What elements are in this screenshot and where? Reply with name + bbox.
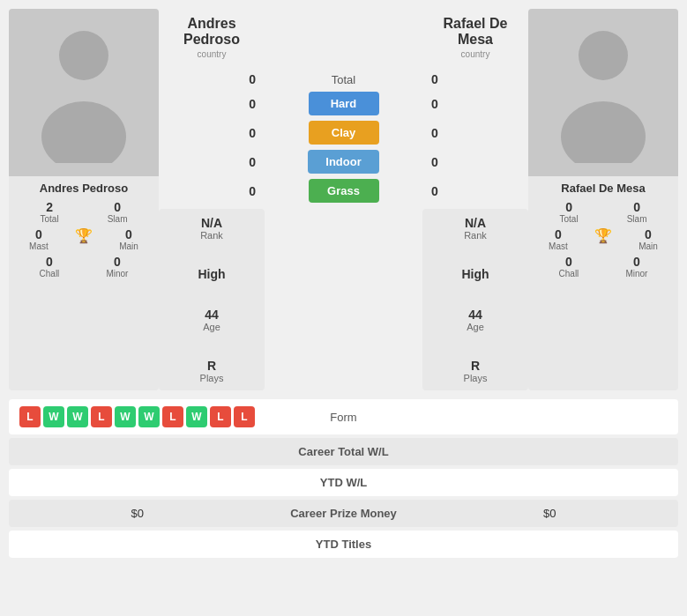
- right-age-stat: 44 Age: [467, 308, 484, 332]
- right-player-title: Rafael De Mesa: [426, 16, 525, 48]
- form-badge: L: [19, 406, 41, 427]
- left-chall-stat: 0 Chall: [40, 255, 60, 278]
- left-high-value: High: [198, 267, 225, 281]
- left-stats-row-2: 0 Mast 🏆 0 Main: [9, 226, 159, 253]
- left-mast-stat: 0 Mast: [29, 227, 49, 251]
- career-wl-row: Career Total W/L: [9, 438, 678, 465]
- grass-row: 0 Grass 0: [159, 179, 528, 203]
- left-country-flag: country: [162, 49, 261, 59]
- right-chall-label: Chall: [559, 269, 579, 278]
- left-slam-label: Slam: [108, 214, 128, 224]
- left-stats-row-3: 0 Chall 0 Minor: [9, 253, 159, 280]
- left-player-name: Andres Pedroso: [36, 176, 131, 198]
- hard-score-left: 0: [159, 97, 265, 111]
- detailed-stats: N/A Rank High 44 Age R Plays: [159, 209, 528, 390]
- form-badge: W: [186, 406, 207, 427]
- right-main-stat: 0 Main: [638, 227, 658, 251]
- left-total-label: Total: [41, 214, 59, 224]
- grass-button[interactable]: Grass: [309, 179, 379, 203]
- svg-point-3: [561, 101, 646, 163]
- left-total-stat: 2 Total: [41, 200, 59, 224]
- right-total-stat: 0 Total: [560, 200, 579, 224]
- left-avatar-silhouette: [31, 22, 137, 163]
- clay-score-left: 0: [159, 126, 265, 140]
- left-high-stat: High: [198, 267, 225, 281]
- form-badge: W: [138, 406, 160, 427]
- total-btn-wrapper: Total: [265, 73, 422, 86]
- right-mast-stat: 0 Mast: [549, 227, 568, 251]
- form-badge: L: [234, 406, 255, 427]
- right-total-value: 0: [565, 200, 572, 214]
- indoor-btn-wrapper: Indoor: [265, 150, 422, 174]
- ytd-wl-label: YTD W/L: [256, 476, 432, 489]
- form-badge: W: [115, 406, 136, 427]
- right-main-label: Main: [638, 241, 658, 251]
- right-country-flag: country: [426, 49, 525, 59]
- right-player-name: Rafael De Mesa: [557, 176, 648, 198]
- right-minor-label: Minor: [625, 269, 647, 278]
- total-label: Total: [332, 73, 355, 86]
- left-plays-label: Plays: [200, 373, 224, 383]
- right-stats-row-2: 0 Mast 🏆 0 Main: [528, 226, 678, 253]
- indoor-button[interactable]: Indoor: [308, 150, 378, 174]
- left-mast-value: 0: [35, 227, 42, 241]
- clay-row: 0 Clay 0: [159, 121, 528, 145]
- form-section: LWWLWWLWLL Form: [9, 399, 678, 434]
- left-mast-label: Mast: [29, 241, 49, 251]
- form-badges: LWWLWWLWLL: [19, 406, 256, 427]
- svg-point-1: [41, 101, 126, 163]
- form-badge: W: [43, 406, 64, 427]
- left-age-label: Age: [203, 322, 220, 332]
- right-minor-stat: 0 Minor: [625, 255, 647, 278]
- form-label: Form: [256, 411, 432, 424]
- right-plays-label: Plays: [464, 373, 488, 383]
- total-row: 0 Total 0: [159, 72, 528, 86]
- indoor-row: 0 Indoor 0: [159, 150, 528, 174]
- grass-btn-wrapper: Grass: [265, 179, 422, 203]
- career-prize-row: $0 Career Prize Money $0: [9, 500, 678, 527]
- player-headers: Andres Pedroso country Rafael De Mesa co…: [159, 9, 528, 66]
- right-player-avatar: [528, 9, 678, 176]
- left-main-value: 0: [125, 227, 132, 241]
- clay-button[interactable]: Clay: [309, 121, 379, 145]
- ytd-titles-row: YTD Titles: [9, 531, 678, 558]
- right-rank-value: N/A: [465, 216, 486, 230]
- comparison-section: Andres Pedroso 2 Total 0 Slam 0 Mast 🏆: [9, 9, 678, 390]
- left-slam-stat: 0 Slam: [108, 200, 128, 224]
- left-player-header: Andres Pedroso country: [159, 9, 265, 66]
- form-badge: L: [162, 406, 183, 427]
- left-stats-row-1: 2 Total 0 Slam: [9, 198, 159, 226]
- main-container: Andres Pedroso 2 Total 0 Slam 0 Mast 🏆: [0, 0, 687, 570]
- indoor-score-right: 0: [422, 155, 528, 169]
- svg-point-2: [579, 31, 628, 80]
- ytd-titles-label: YTD Titles: [256, 538, 432, 551]
- left-main-stat: 0 Main: [119, 227, 138, 251]
- form-badge: L: [91, 406, 112, 427]
- right-player-header: Rafael De Mesa country: [422, 9, 528, 66]
- hard-button[interactable]: Hard: [309, 92, 379, 115]
- left-minor-value: 0: [114, 255, 121, 269]
- right-plays-value: R: [471, 359, 480, 373]
- left-rank-label: Rank: [200, 230, 223, 241]
- indoor-score-left: 0: [159, 155, 265, 169]
- left-slam-value: 0: [114, 200, 121, 214]
- right-chall-value: 0: [565, 255, 572, 269]
- right-plays-stat: R Plays: [464, 359, 488, 383]
- right-main-value: 0: [645, 227, 652, 241]
- left-rank-stat: N/A Rank: [200, 216, 223, 241]
- middle-stats: Andres Pedroso country Rafael De Mesa co…: [159, 9, 528, 390]
- left-plays-value: R: [207, 359, 216, 373]
- left-minor-stat: 0 Minor: [106, 255, 128, 278]
- right-age-label: Age: [467, 322, 484, 332]
- total-score-left: 0: [159, 72, 265, 86]
- hard-row: 0 Hard 0: [159, 92, 528, 115]
- total-score-right: 0: [422, 72, 528, 86]
- career-prize-right: $0: [432, 507, 668, 520]
- left-minor-label: Minor: [106, 269, 128, 278]
- career-prize-left: $0: [19, 507, 256, 520]
- right-minor-value: 0: [633, 255, 640, 269]
- career-prize-label: Career Prize Money: [256, 507, 432, 520]
- form-badge: L: [210, 406, 231, 427]
- right-mast-value: 0: [555, 227, 562, 241]
- hard-score-right: 0: [422, 97, 528, 111]
